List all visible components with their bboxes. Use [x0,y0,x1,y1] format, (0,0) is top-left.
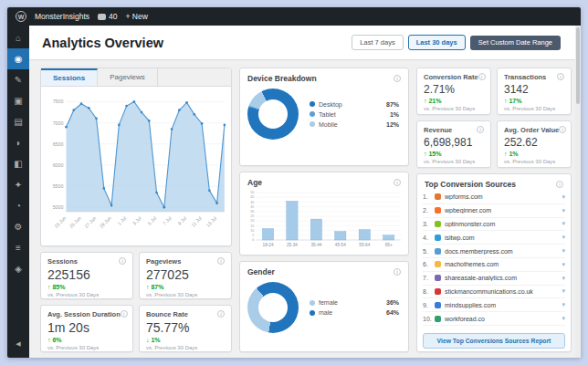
source-rank: 2. [423,207,431,214]
svg-text:5 Jul: 5 Jul [146,215,157,226]
last-30-days-button[interactable]: Last 30 days [408,35,466,50]
source-row[interactable]: 8.stickmancommunications.co.uk▾ [423,286,565,299]
svg-text:13 Jul: 13 Jul [205,215,218,228]
revenue-metric-card: Revenuei 6,698,981 ↑ 15% vs. Previous 30… [416,120,491,168]
main-content: Analytics Overview Last 7 days Last 30 d… [29,26,581,358]
chevron-down-icon[interactable]: ▾ [562,220,565,227]
chevron-down-icon[interactable]: ▾ [562,193,565,201]
legend-value: 87% [386,101,399,108]
metric-change: 6% [52,337,61,343]
svg-text:18-24: 18-24 [263,243,274,247]
sidebar-item-appearance[interactable]: ◧ [7,153,29,174]
wordpress-logo-icon[interactable]: W [16,11,26,22]
top-sources-list: 1.wpforms.com▾2.wpbeginner.com▾3.optinmo… [417,191,571,326]
metric-value: 1m 20s [47,321,126,334]
new-content-menu[interactable]: + New [125,12,147,21]
info-icon[interactable]: i [478,73,486,80]
svg-text:65+: 65+ [385,243,393,247]
sidebar-item-comments[interactable]: ◗ [7,132,29,153]
source-row[interactable]: 9.mindsupplies.com▾ [423,298,565,312]
metric-value: 75.77% [146,321,225,334]
chevron-down-icon[interactable]: ▾ [562,234,565,241]
sidebar-item-pages[interactable]: ▤ [7,111,29,132]
info-icon[interactable]: i [556,181,563,188]
tab-sessions[interactable]: Sessions [41,68,98,86]
source-row[interactable]: 5.docs.memberpress.com▾ [423,245,565,258]
sidebar-item-users[interactable]: ◔ [7,195,29,216]
info-icon[interactable]: i [217,257,225,265]
gender-panel: Genderi female36%male64% [239,261,409,352]
source-row[interactable]: 1.wpforms.com▾ [423,191,565,204]
legend-item-male: male64% [310,309,399,316]
page-header: Analytics Overview Last 7 days Last 30 d… [29,26,581,60]
chevron-down-icon[interactable]: ▾ [562,301,565,308]
metric-label: Avg. Session Duration [47,310,121,318]
source-row[interactable]: 2.wpbeginner.com▾ [423,204,565,218]
chevron-down-icon[interactable]: ▾ [562,287,565,295]
svg-text:50: 50 [250,191,254,194]
info-icon[interactable]: i [394,268,401,276]
metric-comparison: vs. Previous 30 Days [424,106,484,111]
metric-label: Conversion Rate [424,73,478,81]
last-7-days-button[interactable]: Last 7 days [352,35,403,50]
info-icon[interactable]: i [217,310,225,318]
scrollbar-thumb[interactable] [576,27,580,104]
source-domain: wpforms.com [445,193,558,200]
admin-sidebar: ⌂◉✎▣▤◗◧✦◔⚙≡◈◀ [7,26,29,358]
svg-text:11 Jul: 11 Jul [190,215,202,228]
source-favicon-icon [435,221,441,227]
info-icon[interactable]: i [477,126,484,133]
metric-change: 87% [151,284,163,290]
wp-admin-bar: W MonsterInsights 40 + New [7,7,581,26]
source-domain: docs.memberpress.com [445,248,558,255]
sidebar-item-monsterinsights[interactable]: ◉ [7,48,29,69]
set-custom-date-range-button[interactable]: Set Custom Date Range [470,36,561,50]
info-icon[interactable]: i [394,75,401,82]
source-row[interactable]: 6.machothemes.com▾ [423,258,565,272]
svg-text:7 Jul: 7 Jul [162,215,173,226]
sidebar-item-tools[interactable]: ⚙ [7,216,29,237]
chevron-down-icon[interactable]: ▾ [562,315,565,322]
sidebar-item-posts[interactable]: ✎ [7,69,29,90]
sidebar-item-analytics[interactable]: ◈ [7,258,29,279]
chevron-down-icon[interactable]: ▾ [562,275,565,282]
source-row[interactable]: 4.isitwp.com▾ [423,231,565,245]
metric-change: 15% [428,151,441,157]
up-arrow-icon: ↑ [504,151,508,157]
source-favicon-icon [435,207,441,214]
device-breakdown-legend: Desktop87%Tablet1%Mobile12% [310,101,399,128]
svg-text:45-54: 45-54 [335,243,346,247]
site-name-menu[interactable]: MonsterInsights [35,12,89,21]
legend-item-desktop: Desktop87% [310,101,399,108]
chevron-down-icon[interactable]: ▾ [562,207,565,214]
metric-value: 252.62 [504,137,564,148]
sidebar-item-media[interactable]: ▣ [7,90,29,111]
svg-text:7500: 7500 [53,99,64,104]
svg-text:45: 45 [250,196,254,200]
view-report-button[interactable]: View Top Conversions Sources Report [423,333,565,349]
info-icon[interactable]: i [394,179,401,186]
up-arrow-icon: ↑ [424,151,427,157]
chevron-down-icon[interactable]: ▾ [562,261,565,268]
tab-pageviews[interactable]: Pageviews [98,68,158,86]
source-row[interactable]: 3.optinmonster.com▾ [423,218,565,232]
info-icon[interactable]: i [119,257,126,265]
scrollbar-track[interactable] [575,26,581,358]
sidebar-item-dashboard[interactable]: ⌂ [7,27,29,48]
sidebar-item-collapse[interactable]: ◀ [7,333,29,354]
info-icon[interactable]: i [121,310,128,318]
source-row[interactable]: 7.shareasale-analytics.com▾ [423,272,565,286]
source-domain: stickmancommunications.co.uk [445,288,558,295]
gender-donut [247,282,299,333]
source-favicon-icon [435,288,441,295]
sidebar-item-settings[interactable]: ≡ [7,237,29,258]
info-icon[interactable]: i [557,73,564,80]
metric-value: 225156 [47,268,126,281]
source-row[interactable]: 10.workforead.co▾ [423,312,565,326]
chevron-down-icon[interactable]: ▾ [562,247,565,255]
up-arrow-icon: ↑ [146,284,150,290]
comments-menu[interactable]: 40 [98,12,117,21]
sidebar-item-plugins[interactable]: ✦ [7,174,29,195]
info-icon[interactable]: i [559,126,566,133]
svg-text:5: 5 [252,234,254,237]
